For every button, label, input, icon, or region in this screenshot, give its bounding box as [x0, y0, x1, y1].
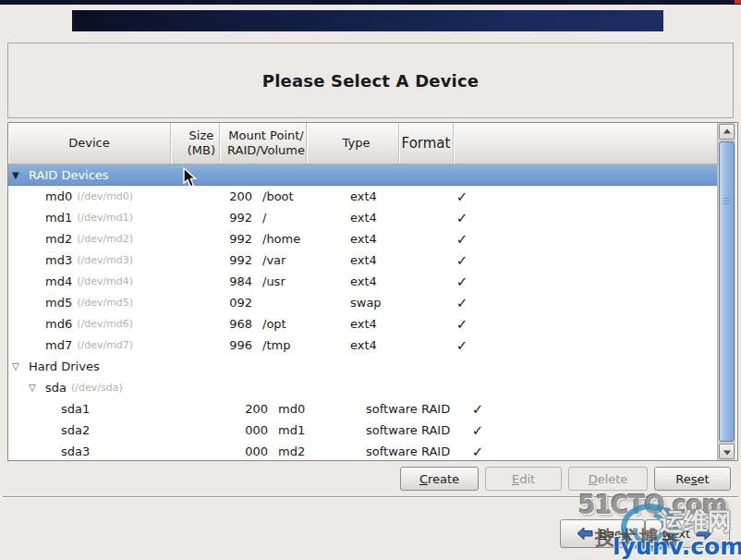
scrollbar-thumb[interactable] — [719, 141, 735, 442]
mount-cell: md1 — [272, 420, 358, 441]
device-path: (/dev/md0) — [77, 190, 133, 202]
format-check-icon: ✓ — [435, 335, 489, 356]
format-check-icon: ✓ — [435, 250, 489, 271]
size-cell: 092 — [207, 292, 256, 313]
device-label: md3 — [45, 253, 72, 267]
format-check-icon — [402, 164, 456, 185]
installer-screen: Please Select A Device Device Size (MB) … — [0, 0, 741, 560]
scroll-up-button[interactable] — [719, 124, 735, 140]
mount-cell: /opt — [256, 313, 343, 335]
type-cell: software RAID — [358, 441, 451, 460]
table-row[interactable]: md2(/dev/md2)992/homeext4✓ — [8, 228, 717, 250]
format-check-icon: ✓ — [451, 398, 504, 420]
type-cell: ext4 — [343, 313, 435, 335]
table-row[interactable]: ▼RAID Devices — [8, 164, 717, 186]
device-cell: ▽Hard Drives — [8, 356, 174, 377]
create-button[interactable]: Create — [400, 467, 479, 491]
device-label: sda3 — [61, 444, 90, 458]
type-cell: ext4 — [343, 250, 435, 271]
device-path: (/dev/md4) — [77, 275, 133, 287]
size-cell: 992 — [207, 228, 256, 250]
mount-cell: md0 — [272, 398, 358, 420]
back-button-label: Back — [599, 527, 628, 541]
tree-expander-icon[interactable]: ▽ — [12, 361, 29, 371]
table-row[interactable]: md1(/dev/md1)992/ext4✓ — [8, 207, 717, 228]
scroll-down-button[interactable] — [719, 444, 735, 459]
device-cell: md6(/dev/md6) — [8, 313, 207, 335]
size-cell: 000 — [223, 420, 272, 441]
size-cell: 996 — [207, 335, 256, 356]
delete-button: Delete — [568, 467, 648, 491]
tree-expander-icon[interactable]: ▽ — [29, 383, 45, 393]
edit-button: Edit — [485, 467, 562, 491]
column-header-mount[interactable]: Mount Point/ RAID/Volume — [220, 123, 307, 164]
column-header-filler — [454, 123, 717, 164]
type-cell — [310, 164, 402, 185]
format-check-icon: ✓ — [435, 313, 489, 335]
table-row[interactable]: md4(/dev/md4)984/usrext4✓ — [8, 271, 717, 292]
column-header-format[interactable]: Format — [399, 123, 454, 164]
device-path: (/dev/md5) — [77, 297, 133, 309]
table-row[interactable]: md0(/dev/md0)200/bootext4✓ — [8, 186, 717, 207]
size-cell — [174, 356, 223, 377]
device-label: md0 — [45, 189, 72, 203]
device-cell: sda1 — [8, 398, 223, 420]
tree-expander-icon[interactable]: ▼ — [12, 170, 29, 180]
next-button-label: Next — [662, 527, 690, 541]
right-arrow-icon — [696, 527, 712, 541]
vertical-scrollbar[interactable] — [717, 123, 735, 460]
scrollbar-grip — [723, 198, 730, 204]
device-label: md4 — [45, 274, 72, 288]
table-row[interactable]: md3(/dev/md3)992/varext4✓ — [8, 250, 717, 271]
mnemonic-underline: D — [589, 472, 598, 486]
device-label: sda1 — [61, 402, 90, 416]
mount-cell — [223, 356, 310, 377]
device-label: RAID Devices — [29, 168, 109, 182]
table-row[interactable]: ▽Hard Drives — [8, 356, 717, 377]
device-cell: md7(/dev/md7) — [8, 335, 207, 356]
format-check-icon — [419, 377, 472, 398]
size-cell: 992 — [207, 207, 256, 228]
type-cell: ext4 — [343, 335, 435, 356]
device-label: md5 — [45, 296, 72, 310]
table-rows: ▼RAID Devicesmd0(/dev/md0)200/bootext4✓m… — [8, 164, 717, 460]
format-check-icon: ✓ — [435, 186, 489, 207]
table-row[interactable]: md6(/dev/md6)968/optext4✓ — [8, 313, 717, 335]
type-cell — [326, 377, 419, 398]
table-row[interactable]: sda2000md1software RAID✓ — [8, 420, 717, 441]
mnemonic-underline: s — [691, 472, 698, 486]
mount-cell: /usr — [256, 271, 343, 292]
mount-cell: md2 — [272, 441, 358, 460]
table-row[interactable]: sda1200md0software RAID✓ — [8, 398, 717, 420]
size-cell — [190, 377, 239, 398]
mnemonic-underline: N — [662, 527, 672, 541]
next-button[interactable]: Next — [645, 519, 730, 548]
table-row[interactable]: md7(/dev/md7)996/tmpext4✓ — [8, 335, 717, 356]
column-header-type[interactable]: Type — [307, 123, 399, 164]
format-check-icon: ✓ — [435, 271, 489, 292]
reset-button[interactable]: Reset — [654, 467, 731, 491]
device-cell: ▼RAID Devices — [8, 164, 174, 185]
mount-cell — [223, 164, 310, 185]
watermark-brand: 51CTO.com — [578, 489, 727, 520]
page-title: Please Select A Device — [262, 71, 480, 91]
column-header-size[interactable]: Size (MB) — [171, 123, 220, 164]
device-label: md6 — [45, 317, 72, 331]
size-cell: 200 — [223, 398, 272, 420]
device-path: (/dev/md3) — [77, 254, 133, 266]
size-cell: 984 — [207, 271, 256, 292]
type-cell: swap — [343, 292, 435, 313]
size-cell: 968 — [207, 313, 256, 335]
table-row[interactable]: md5(/dev/md5)092swap✓ — [8, 292, 717, 313]
mount-cell — [239, 377, 326, 398]
device-tree: Device Size (MB) Mount Point/ RAID/Volum… — [8, 123, 717, 460]
column-header-device[interactable]: Device — [8, 123, 171, 164]
size-cell — [174, 164, 223, 185]
device-cell: md5(/dev/md5) — [8, 292, 207, 313]
back-button[interactable]: Back — [560, 519, 645, 548]
table-row[interactable]: sda3000md2software RAID✓ — [8, 441, 717, 460]
format-check-icon: ✓ — [451, 420, 504, 441]
device-label: md1 — [45, 211, 72, 225]
device-cell: ▽sda(/dev/sda) — [8, 377, 190, 398]
table-row[interactable]: ▽sda(/dev/sda) — [8, 377, 717, 398]
